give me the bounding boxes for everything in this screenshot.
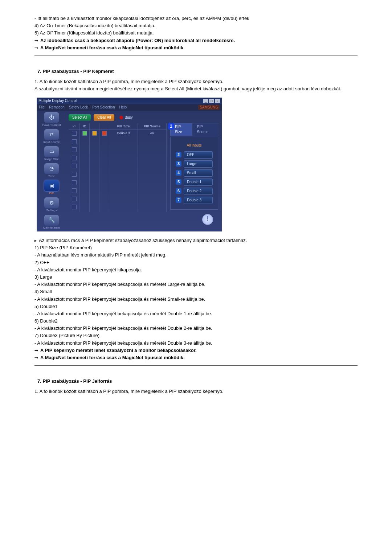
top-ontimer: 4) Az On Timer (Bekapcsolási idozíto) be… <box>34 22 358 29</box>
row-checkbox[interactable] <box>72 205 77 209</box>
row-checkbox[interactable] <box>72 172 77 177</box>
status-icon <box>102 131 107 136</box>
maximize-icon[interactable]: □ <box>209 99 214 103</box>
clear-all-button[interactable]: Clear All <box>94 114 114 121</box>
info-1-title: 1) PIP Size (PIP Képméret) <box>34 245 358 251</box>
col-pipsource: PIP Source <box>138 123 167 130</box>
row-checkbox[interactable] <box>72 197 77 201</box>
brand-label: SAMSUNG <box>198 105 220 110</box>
sidebar-item-power[interactable]: ⏻Power Control <box>40 112 64 127</box>
col-pipsize: PIP Size <box>109 123 138 130</box>
table-row[interactable] <box>69 138 167 147</box>
divider <box>34 365 358 366</box>
info-7-desc: - A kiválasztott monitor PIP képernyojét… <box>34 340 358 346</box>
close-icon[interactable]: × <box>215 99 220 103</box>
col-check: ☑ <box>69 123 80 130</box>
sidebar: ⏻Power Control ⇄Input Source ▭Image Size… <box>40 112 64 230</box>
section-title-pip-source: 7. PIP szabályozás - PIP Jelforrás <box>37 378 358 385</box>
menu-file[interactable]: File <box>39 105 45 110</box>
titlebar: Multiple Display Control _□× <box>37 98 222 104</box>
table-row[interactable] <box>69 155 167 163</box>
menu-help[interactable]: Help <box>119 105 127 110</box>
callout-badge-6: 6 <box>176 188 181 194</box>
window-title: Multiple Display Control <box>38 98 77 103</box>
col-id: ID <box>80 123 90 130</box>
callout-badge-1: 1 <box>168 123 174 130</box>
info-4-title: 4) Small <box>34 288 358 295</box>
sidebar-item-input[interactable]: ⇄Input Source <box>40 129 64 144</box>
info-1-desc: - A használatban lévo monitor aktuális P… <box>34 252 358 258</box>
table-row[interactable] <box>69 171 167 179</box>
sidebar-item-pip[interactable]: ▣PIP <box>40 180 64 195</box>
callout-badge-3: 3 <box>176 161 181 167</box>
row-checkbox[interactable] <box>72 156 77 160</box>
table-row[interactable] <box>69 196 167 204</box>
time-icon: ◔ <box>44 163 59 174</box>
monitor-table: ☑ ID PIP Size PIP Source Double 3 AV <box>69 123 167 212</box>
settings-icon: ⚙ <box>44 197 59 208</box>
row-checkbox[interactable] <box>72 164 77 168</box>
menu-safety[interactable]: Safety Lock <box>69 105 88 110</box>
table-row[interactable] <box>69 163 167 171</box>
maintenance-icon: 🔧 <box>44 215 59 226</box>
table-row[interactable] <box>69 187 167 196</box>
table-row[interactable] <box>69 179 167 188</box>
top-offtimer: 5) Az Off Timer (Kikapcsolási idozíto) b… <box>34 30 358 36</box>
callout-badge-5: 5 <box>176 179 181 185</box>
option-small[interactable]: Small <box>184 169 213 177</box>
busy-indicator: Busy <box>119 115 132 120</box>
top-line-offtimer-detail: - Itt állítható be a kiválasztott monito… <box>34 15 358 22</box>
info-3-title: 3) Large <box>34 274 358 280</box>
all-inputs-label: All Inputs <box>173 139 215 149</box>
sidebar-item-time[interactable]: ◔Time <box>40 163 64 178</box>
row-checkbox[interactable] <box>72 180 77 185</box>
table-row[interactable] <box>69 204 167 212</box>
row-checkbox[interactable] <box>72 188 77 193</box>
row-checkbox[interactable] <box>72 139 77 144</box>
options-panel: 1 PIP Size PIP Source All Inputs 2OFF 3L… <box>170 123 218 212</box>
window-controls: _□× <box>203 98 220 103</box>
status-icon <box>82 131 87 136</box>
info-2-title: 2) OFF <box>34 259 358 266</box>
row-checkbox[interactable] <box>72 131 77 136</box>
top-note-magicnet: A MagicNet bemeneti forrása csak a Magic… <box>34 45 358 51</box>
info-icon[interactable]: ! <box>202 214 213 225</box>
info-2-desc: - A kiválasztott monitor PIP képernyojét… <box>34 267 358 273</box>
info-5-desc: - A kiválasztott monitor PIP képernyojét… <box>34 311 358 317</box>
option-double2[interactable]: Double 2 <box>184 188 213 195</box>
minimize-icon[interactable]: _ <box>203 99 208 103</box>
menubar: File Remocon Safety Lock Port Selection … <box>37 104 222 111</box>
callout-badge-2: 2 <box>176 152 181 157</box>
option-large[interactable]: Large <box>184 160 213 168</box>
sidebar-item-settings[interactable]: ⚙Settings <box>40 197 64 212</box>
input-icon: ⇄ <box>44 129 59 140</box>
section-title-pip-size: 7. PIP szabályozás - PIP Képméret <box>37 68 358 75</box>
table-row[interactable]: Double 3 AV <box>69 130 167 138</box>
option-double3[interactable]: Double 3 <box>184 197 213 204</box>
info-lead: Az információs rács a PIP képméret szabá… <box>34 237 358 244</box>
row-checkbox[interactable] <box>72 147 77 152</box>
callout-badge-7: 7 <box>176 197 181 203</box>
option-double1[interactable]: Double 1 <box>184 178 213 186</box>
callout-badge-4: 4 <box>176 170 181 176</box>
busy-dot-icon <box>119 116 123 119</box>
mdc-window: Multiple Display Control _□× File Remoco… <box>37 98 222 232</box>
menu-port[interactable]: Port Selection <box>92 105 115 110</box>
section2-step1: 1. A fo ikonok között kattintson a PIP g… <box>34 388 358 395</box>
status-icon <box>92 131 97 136</box>
info-7-title: 7) Double3 (Picture By Picture) <box>34 332 358 339</box>
info-6-title: 6) Double2 <box>34 318 358 324</box>
sidebar-item-image[interactable]: ▭Image Size <box>40 146 64 161</box>
top-note-poweron: Az idobeállítás csak a bekapcsolt állapo… <box>34 37 358 44</box>
option-off[interactable]: OFF <box>184 151 213 159</box>
info-5-title: 5) Double1 <box>34 303 358 310</box>
menu-remocon[interactable]: Remocon <box>49 105 65 110</box>
step-1: 1. A fo ikonok között kattintson a PIP g… <box>34 78 358 85</box>
info-note-2: A MagicNet bemeneti forrása csak a Magic… <box>34 354 358 361</box>
select-all-button[interactable]: Select All <box>69 114 91 121</box>
cell-pipsource: AV <box>138 130 167 138</box>
tab-pip-source[interactable]: PIP Source <box>192 123 218 136</box>
sidebar-item-maintenance[interactable]: 🔧Maintenance <box>40 215 64 230</box>
divider <box>34 56 358 56</box>
table-row[interactable] <box>69 146 167 155</box>
